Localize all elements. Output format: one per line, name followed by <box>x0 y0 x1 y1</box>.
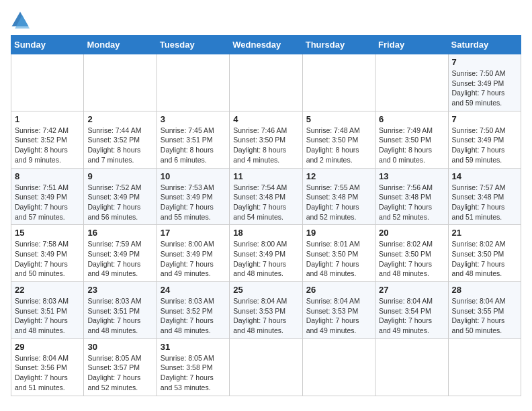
day-number: 27 <box>379 285 444 295</box>
day-detail: Sunrise: 7:51 AMSunset: 3:49 PMDaylight:… <box>15 183 80 222</box>
calendar-cell: 20 Sunrise: 8:02 AMSunset: 3:50 PMDaylig… <box>375 225 448 282</box>
day-number: 24 <box>161 285 226 295</box>
day-number: 17 <box>161 228 226 238</box>
day-detail: Sunrise: 8:04 AMSunset: 3:55 PMDaylight:… <box>452 296 517 336</box>
calendar-cell: 12 Sunrise: 7:55 AMSunset: 3:48 PMDaylig… <box>302 168 375 225</box>
calendar-cell: 9 Sunrise: 7:52 AMSunset: 3:49 PMDayligh… <box>84 168 157 225</box>
day-number: 9 <box>87 171 152 181</box>
calendar-cell <box>157 54 229 111</box>
header-friday: Friday <box>375 36 448 54</box>
calendar-cell: 16 Sunrise: 7:59 AMSunset: 3:49 PMDaylig… <box>84 225 157 282</box>
header-monday: Monday <box>84 36 157 54</box>
day-detail: Sunrise: 8:02 AMSunset: 3:50 PMDaylight:… <box>379 239 444 279</box>
day-detail: Sunrise: 7:45 AMSunset: 3:51 PMDaylight:… <box>161 126 226 165</box>
calendar-cell: 30 Sunrise: 8:05 AMSunset: 3:57 PMDaylig… <box>84 338 157 396</box>
day-detail: Sunrise: 8:00 AMSunset: 3:49 PMDaylight:… <box>161 239 226 279</box>
day-detail: Sunrise: 8:01 AMSunset: 3:50 PMDaylight:… <box>306 239 371 279</box>
calendar-cell <box>375 338 448 396</box>
day-detail: Sunrise: 7:57 AMSunset: 3:48 PMDaylight:… <box>452 183 517 222</box>
day-detail: Sunrise: 8:00 AMSunset: 3:49 PMDaylight:… <box>233 239 298 279</box>
calendar-cell: 3 Sunrise: 7:45 AMSunset: 3:51 PMDayligh… <box>157 111 229 168</box>
day-detail: Sunrise: 8:03 AMSunset: 3:51 PMDaylight:… <box>87 296 152 336</box>
calendar-cell: 15 Sunrise: 7:58 AMSunset: 3:49 PMDaylig… <box>11 225 84 282</box>
header-tuesday: Tuesday <box>157 36 229 54</box>
day-detail: Sunrise: 8:04 AMSunset: 3:53 PMDaylight:… <box>233 296 298 336</box>
calendar-cell <box>375 54 448 111</box>
day-number: 19 <box>306 228 371 238</box>
day-number: 26 <box>306 285 371 295</box>
calendar-cell <box>230 338 302 396</box>
calendar-cell: 23 Sunrise: 8:03 AMSunset: 3:51 PMDaylig… <box>84 282 157 339</box>
calendar-cell: 18 Sunrise: 8:00 AMSunset: 3:49 PMDaylig… <box>230 225 302 282</box>
calendar-cell: 10 Sunrise: 7:53 AMSunset: 3:49 PMDaylig… <box>157 168 229 225</box>
calendar-cell: 5 Sunrise: 7:48 AMSunset: 3:50 PMDayligh… <box>302 111 375 168</box>
calendar-cell: 1 Sunrise: 7:42 AMSunset: 3:52 PMDayligh… <box>11 111 84 168</box>
header-saturday: Saturday <box>448 36 521 54</box>
logo <box>11 11 32 30</box>
day-detail: Sunrise: 7:56 AMSunset: 3:48 PMDaylight:… <box>379 183 444 222</box>
day-number: 21 <box>452 228 517 238</box>
day-detail: Sunrise: 7:55 AMSunset: 3:48 PMDaylight:… <box>306 183 371 222</box>
calendar-week-row: 22 Sunrise: 8:03 AMSunset: 3:51 PMDaylig… <box>11 282 521 339</box>
calendar-week-row: 7 Sunrise: 7:50 AMSunset: 3:49 PMDayligh… <box>11 54 521 111</box>
day-detail: Sunrise: 8:03 AMSunset: 3:52 PMDaylight:… <box>161 296 226 336</box>
header-wednesday: Wednesday <box>230 36 302 54</box>
day-number: 6 <box>379 114 444 124</box>
day-number: 25 <box>233 285 298 295</box>
day-detail: Sunrise: 7:53 AMSunset: 3:49 PMDaylight:… <box>161 183 226 222</box>
calendar-header-row: SundayMondayTuesdayWednesdayThursdayFrid… <box>11 36 521 54</box>
day-detail: Sunrise: 7:49 AMSunset: 3:50 PMDaylight:… <box>379 126 444 165</box>
calendar-cell: 19 Sunrise: 8:01 AMSunset: 3:50 PMDaylig… <box>302 225 375 282</box>
day-number: 23 <box>87 285 152 295</box>
calendar-cell: 11 Sunrise: 7:54 AMSunset: 3:48 PMDaylig… <box>230 168 302 225</box>
day-number: 12 <box>306 171 371 181</box>
day-number: 3 <box>161 114 226 124</box>
calendar-week-row: 15 Sunrise: 7:58 AMSunset: 3:49 PMDaylig… <box>11 225 521 282</box>
calendar-cell: 26 Sunrise: 8:04 AMSunset: 3:53 PMDaylig… <box>302 282 375 339</box>
day-detail: Sunrise: 8:05 AMSunset: 3:58 PMDaylight:… <box>161 353 226 393</box>
calendar-week-row: 29 Sunrise: 8:04 AMSunset: 3:56 PMDaylig… <box>11 338 521 396</box>
day-detail: Sunrise: 8:03 AMSunset: 3:51 PMDaylight:… <box>15 296 80 336</box>
day-number: 7 <box>452 57 517 67</box>
calendar-cell: 13 Sunrise: 7:56 AMSunset: 3:48 PMDaylig… <box>375 168 448 225</box>
day-number: 18 <box>233 228 298 238</box>
calendar-cell: 28 Sunrise: 8:04 AMSunset: 3:55 PMDaylig… <box>448 282 521 339</box>
day-number: 14 <box>452 171 517 181</box>
day-detail: Sunrise: 7:48 AMSunset: 3:50 PMDaylight:… <box>306 126 371 165</box>
calendar-cell: 21 Sunrise: 8:02 AMSunset: 3:50 PMDaylig… <box>448 225 521 282</box>
calendar-cell: 17 Sunrise: 8:00 AMSunset: 3:49 PMDaylig… <box>157 225 229 282</box>
calendar-cell: 14 Sunrise: 7:57 AMSunset: 3:48 PMDaylig… <box>448 168 521 225</box>
day-detail: Sunrise: 7:46 AMSunset: 3:50 PMDaylight:… <box>233 126 298 165</box>
day-detail: Sunrise: 8:04 AMSunset: 3:56 PMDaylight:… <box>15 353 80 393</box>
day-number: 8 <box>15 171 80 181</box>
calendar-cell: 25 Sunrise: 8:04 AMSunset: 3:53 PMDaylig… <box>230 282 302 339</box>
day-detail: Sunrise: 8:05 AMSunset: 3:57 PMDaylight:… <box>87 353 152 393</box>
day-number: 30 <box>87 342 152 352</box>
day-number: 13 <box>379 171 444 181</box>
calendar-cell: 2 Sunrise: 7:44 AMSunset: 3:52 PMDayligh… <box>84 111 157 168</box>
day-detail: Sunrise: 7:54 AMSunset: 3:48 PMDaylight:… <box>233 183 298 222</box>
calendar-cell <box>448 338 521 396</box>
calendar-cell: 29 Sunrise: 8:04 AMSunset: 3:56 PMDaylig… <box>11 338 84 396</box>
day-detail: Sunrise: 7:50 AMSunset: 3:49 PMDaylight:… <box>452 68 517 108</box>
day-detail: Sunrise: 7:44 AMSunset: 3:52 PMDaylight:… <box>87 126 152 165</box>
day-number: 1 <box>15 114 80 124</box>
day-number: 29 <box>15 342 80 352</box>
day-number: 5 <box>306 114 371 124</box>
day-number: 15 <box>15 228 80 238</box>
calendar-cell <box>11 54 84 111</box>
header-sunday: Sunday <box>11 36 84 54</box>
logo-icon <box>11 11 30 30</box>
page-header <box>11 11 521 30</box>
calendar-cell: 27 Sunrise: 8:04 AMSunset: 3:54 PMDaylig… <box>375 282 448 339</box>
day-number: 20 <box>379 228 444 238</box>
calendar-cell: 8 Sunrise: 7:51 AMSunset: 3:49 PMDayligh… <box>11 168 84 225</box>
day-detail: Sunrise: 7:59 AMSunset: 3:49 PMDaylight:… <box>87 239 152 279</box>
day-number: 4 <box>233 114 298 124</box>
day-detail: Sunrise: 7:50 AMSunset: 3:49 PMDaylight:… <box>452 126 517 165</box>
day-number: 11 <box>233 171 298 181</box>
day-detail: Sunrise: 7:52 AMSunset: 3:49 PMDaylight:… <box>87 183 152 222</box>
calendar-table: SundayMondayTuesdayWednesdayThursdayFrid… <box>11 35 521 396</box>
day-detail: Sunrise: 8:04 AMSunset: 3:54 PMDaylight:… <box>379 296 444 336</box>
day-number: 2 <box>87 114 152 124</box>
